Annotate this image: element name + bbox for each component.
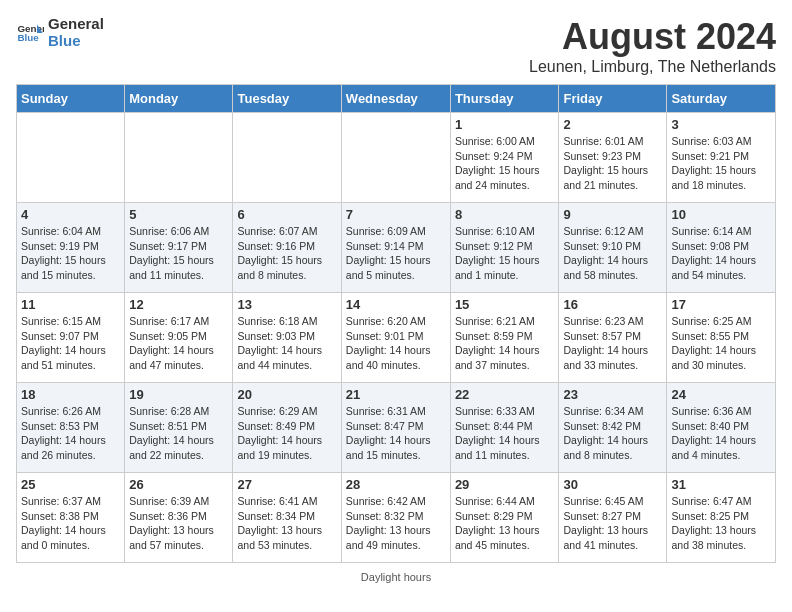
calendar-cell: 16Sunrise: 6:23 AM Sunset: 8:57 PM Dayli… xyxy=(559,293,667,383)
calendar-cell: 1Sunrise: 6:00 AM Sunset: 9:24 PM Daylig… xyxy=(450,113,559,203)
calendar-cell: 3Sunrise: 6:03 AM Sunset: 9:21 PM Daylig… xyxy=(667,113,776,203)
day-number: 16 xyxy=(563,297,662,312)
day-number: 29 xyxy=(455,477,555,492)
calendar-week-row: 4Sunrise: 6:04 AM Sunset: 9:19 PM Daylig… xyxy=(17,203,776,293)
day-info: Sunrise: 6:41 AM Sunset: 8:34 PM Dayligh… xyxy=(237,494,336,553)
day-info: Sunrise: 6:28 AM Sunset: 8:51 PM Dayligh… xyxy=(129,404,228,463)
day-info: Sunrise: 6:36 AM Sunset: 8:40 PM Dayligh… xyxy=(671,404,771,463)
day-info: Sunrise: 6:42 AM Sunset: 8:32 PM Dayligh… xyxy=(346,494,446,553)
weekday-header: Thursday xyxy=(450,85,559,113)
title-block: August 2024 Leunen, Limburg, The Netherl… xyxy=(529,16,776,76)
day-info: Sunrise: 6:39 AM Sunset: 8:36 PM Dayligh… xyxy=(129,494,228,553)
calendar-cell: 30Sunrise: 6:45 AM Sunset: 8:27 PM Dayli… xyxy=(559,473,667,563)
day-number: 26 xyxy=(129,477,228,492)
day-number: 9 xyxy=(563,207,662,222)
calendar-cell xyxy=(17,113,125,203)
calendar-cell: 7Sunrise: 6:09 AM Sunset: 9:14 PM Daylig… xyxy=(341,203,450,293)
calendar-cell: 24Sunrise: 6:36 AM Sunset: 8:40 PM Dayli… xyxy=(667,383,776,473)
location-subtitle: Leunen, Limburg, The Netherlands xyxy=(529,58,776,76)
day-number: 2 xyxy=(563,117,662,132)
calendar-cell: 17Sunrise: 6:25 AM Sunset: 8:55 PM Dayli… xyxy=(667,293,776,383)
calendar-cell: 15Sunrise: 6:21 AM Sunset: 8:59 PM Dayli… xyxy=(450,293,559,383)
day-info: Sunrise: 6:25 AM Sunset: 8:55 PM Dayligh… xyxy=(671,314,771,373)
calendar-week-row: 18Sunrise: 6:26 AM Sunset: 8:53 PM Dayli… xyxy=(17,383,776,473)
page-header: General Blue General Blue August 2024 Le… xyxy=(16,16,776,76)
day-info: Sunrise: 6:18 AM Sunset: 9:03 PM Dayligh… xyxy=(237,314,336,373)
day-number: 1 xyxy=(455,117,555,132)
calendar-cell: 8Sunrise: 6:10 AM Sunset: 9:12 PM Daylig… xyxy=(450,203,559,293)
calendar-week-row: 25Sunrise: 6:37 AM Sunset: 8:38 PM Dayli… xyxy=(17,473,776,563)
day-number: 19 xyxy=(129,387,228,402)
day-info: Sunrise: 6:45 AM Sunset: 8:27 PM Dayligh… xyxy=(563,494,662,553)
calendar-cell: 10Sunrise: 6:14 AM Sunset: 9:08 PM Dayli… xyxy=(667,203,776,293)
calendar-cell: 25Sunrise: 6:37 AM Sunset: 8:38 PM Dayli… xyxy=(17,473,125,563)
day-number: 21 xyxy=(346,387,446,402)
logo-line2: Blue xyxy=(48,33,104,50)
calendar-cell xyxy=(233,113,341,203)
day-info: Sunrise: 6:29 AM Sunset: 8:49 PM Dayligh… xyxy=(237,404,336,463)
day-info: Sunrise: 6:17 AM Sunset: 9:05 PM Dayligh… xyxy=(129,314,228,373)
day-number: 14 xyxy=(346,297,446,312)
day-info: Sunrise: 6:04 AM Sunset: 9:19 PM Dayligh… xyxy=(21,224,120,283)
day-number: 7 xyxy=(346,207,446,222)
day-info: Sunrise: 6:10 AM Sunset: 9:12 PM Dayligh… xyxy=(455,224,555,283)
day-number: 27 xyxy=(237,477,336,492)
weekday-header: Tuesday xyxy=(233,85,341,113)
calendar-cell: 20Sunrise: 6:29 AM Sunset: 8:49 PM Dayli… xyxy=(233,383,341,473)
logo-icon: General Blue xyxy=(16,19,44,47)
calendar-cell: 19Sunrise: 6:28 AM Sunset: 8:51 PM Dayli… xyxy=(125,383,233,473)
day-number: 18 xyxy=(21,387,120,402)
day-info: Sunrise: 6:21 AM Sunset: 8:59 PM Dayligh… xyxy=(455,314,555,373)
day-info: Sunrise: 6:37 AM Sunset: 8:38 PM Dayligh… xyxy=(21,494,120,553)
weekday-header: Saturday xyxy=(667,85,776,113)
calendar-table: SundayMondayTuesdayWednesdayThursdayFrid… xyxy=(16,84,776,563)
daylight-label: Daylight hours xyxy=(361,571,431,583)
weekday-header-row: SundayMondayTuesdayWednesdayThursdayFrid… xyxy=(17,85,776,113)
day-info: Sunrise: 6:09 AM Sunset: 9:14 PM Dayligh… xyxy=(346,224,446,283)
day-number: 6 xyxy=(237,207,336,222)
calendar-cell: 31Sunrise: 6:47 AM Sunset: 8:25 PM Dayli… xyxy=(667,473,776,563)
calendar-cell: 22Sunrise: 6:33 AM Sunset: 8:44 PM Dayli… xyxy=(450,383,559,473)
day-info: Sunrise: 6:00 AM Sunset: 9:24 PM Dayligh… xyxy=(455,134,555,193)
day-info: Sunrise: 6:33 AM Sunset: 8:44 PM Dayligh… xyxy=(455,404,555,463)
day-info: Sunrise: 6:26 AM Sunset: 8:53 PM Dayligh… xyxy=(21,404,120,463)
day-number: 28 xyxy=(346,477,446,492)
calendar-cell xyxy=(341,113,450,203)
day-number: 13 xyxy=(237,297,336,312)
calendar-cell: 9Sunrise: 6:12 AM Sunset: 9:10 PM Daylig… xyxy=(559,203,667,293)
svg-text:Blue: Blue xyxy=(17,32,39,43)
day-number: 4 xyxy=(21,207,120,222)
day-info: Sunrise: 6:07 AM Sunset: 9:16 PM Dayligh… xyxy=(237,224,336,283)
day-info: Sunrise: 6:12 AM Sunset: 9:10 PM Dayligh… xyxy=(563,224,662,283)
calendar-week-row: 11Sunrise: 6:15 AM Sunset: 9:07 PM Dayli… xyxy=(17,293,776,383)
weekday-header: Monday xyxy=(125,85,233,113)
logo-line1: General xyxy=(48,16,104,33)
calendar-cell: 2Sunrise: 6:01 AM Sunset: 9:23 PM Daylig… xyxy=(559,113,667,203)
logo: General Blue General Blue xyxy=(16,16,104,49)
calendar-cell: 14Sunrise: 6:20 AM Sunset: 9:01 PM Dayli… xyxy=(341,293,450,383)
day-info: Sunrise: 6:06 AM Sunset: 9:17 PM Dayligh… xyxy=(129,224,228,283)
day-info: Sunrise: 6:14 AM Sunset: 9:08 PM Dayligh… xyxy=(671,224,771,283)
day-number: 17 xyxy=(671,297,771,312)
day-number: 30 xyxy=(563,477,662,492)
day-info: Sunrise: 6:44 AM Sunset: 8:29 PM Dayligh… xyxy=(455,494,555,553)
calendar-cell: 5Sunrise: 6:06 AM Sunset: 9:17 PM Daylig… xyxy=(125,203,233,293)
day-number: 23 xyxy=(563,387,662,402)
day-number: 31 xyxy=(671,477,771,492)
day-number: 15 xyxy=(455,297,555,312)
day-info: Sunrise: 6:47 AM Sunset: 8:25 PM Dayligh… xyxy=(671,494,771,553)
day-info: Sunrise: 6:15 AM Sunset: 9:07 PM Dayligh… xyxy=(21,314,120,373)
calendar-cell: 26Sunrise: 6:39 AM Sunset: 8:36 PM Dayli… xyxy=(125,473,233,563)
day-number: 10 xyxy=(671,207,771,222)
calendar-week-row: 1Sunrise: 6:00 AM Sunset: 9:24 PM Daylig… xyxy=(17,113,776,203)
calendar-cell: 4Sunrise: 6:04 AM Sunset: 9:19 PM Daylig… xyxy=(17,203,125,293)
calendar-cell: 29Sunrise: 6:44 AM Sunset: 8:29 PM Dayli… xyxy=(450,473,559,563)
calendar-cell: 6Sunrise: 6:07 AM Sunset: 9:16 PM Daylig… xyxy=(233,203,341,293)
weekday-header: Sunday xyxy=(17,85,125,113)
day-number: 24 xyxy=(671,387,771,402)
calendar-cell: 27Sunrise: 6:41 AM Sunset: 8:34 PM Dayli… xyxy=(233,473,341,563)
day-info: Sunrise: 6:03 AM Sunset: 9:21 PM Dayligh… xyxy=(671,134,771,193)
day-number: 25 xyxy=(21,477,120,492)
calendar-cell: 18Sunrise: 6:26 AM Sunset: 8:53 PM Dayli… xyxy=(17,383,125,473)
weekday-header: Wednesday xyxy=(341,85,450,113)
